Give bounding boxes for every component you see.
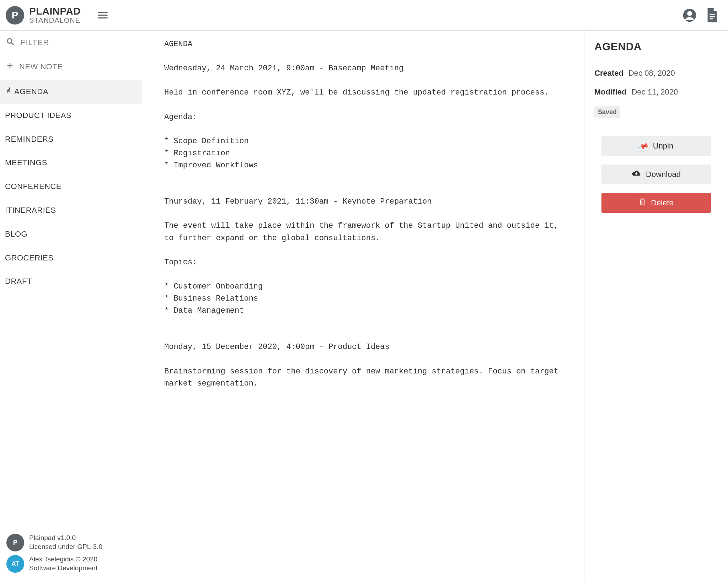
sidebar-footer: P Plainpad v1.0.0 Licensed under GPL-3.0…	[0, 528, 142, 582]
note-editor[interactable]: AGENDA Wednesday, 24 March 2021, 9:00am …	[142, 31, 584, 404]
note-item[interactable]: AGENDA	[0, 80, 142, 104]
unpin-button[interactable]: 📌 Unpin	[601, 136, 711, 156]
app-subtitle: STANDALONE	[29, 17, 81, 24]
document-icon[interactable]	[705, 8, 718, 22]
footer-app-name: Plainpad	[29, 534, 57, 541]
plus-icon	[6, 61, 14, 72]
logo-icon: P	[6, 6, 24, 25]
app-header: P PLAINPAD STANDALONE	[0, 0, 728, 31]
created-label: Created	[594, 68, 623, 79]
note-item[interactable]: BLOG	[0, 222, 142, 246]
note-item[interactable]: GROCERIES	[0, 246, 142, 270]
footer-author-link[interactable]: Alex Tselegidis	[29, 555, 76, 563]
note-item-label: REMINDERS	[5, 134, 54, 145]
notes-list: AGENDAPRODUCT IDEASREMINDERSMEETINGSCONF…	[0, 79, 142, 528]
search-icon	[6, 37, 14, 48]
footer-copyright: © 2020	[76, 555, 98, 563]
cloud-download-icon	[632, 169, 641, 179]
note-item[interactable]: ITINERARIES	[0, 199, 142, 222]
note-item[interactable]: CONFERENCE	[0, 175, 142, 199]
logo-text: PLAINPAD STANDALONE	[29, 6, 81, 24]
svg-line-7	[11, 43, 14, 45]
sidebar: NEW NOTE AGENDAPRODUCT IDEASREMINDERSMEE…	[0, 31, 142, 582]
pin-icon: 📌	[637, 140, 649, 152]
unpin-label: Unpin	[653, 141, 673, 151]
note-item[interactable]: MEETINGS	[0, 151, 142, 175]
properties-panel: AGENDA Created Dec 08, 2020 Modified Dec…	[584, 31, 728, 582]
svg-rect-4	[710, 16, 714, 17]
note-item-label: MEETINGS	[5, 157, 47, 168]
app-title: PLAINPAD	[29, 6, 81, 16]
modified-value: Dec 11, 2020	[631, 87, 678, 98]
svg-point-1	[687, 11, 692, 16]
note-item-label: ITINERARIES	[5, 205, 56, 216]
note-item-label: BLOG	[5, 229, 27, 240]
logo[interactable]: P PLAINPAD STANDALONE	[6, 6, 81, 25]
svg-marker-2	[714, 8, 717, 11]
delete-button[interactable]: Delete	[601, 193, 711, 213]
footer-license-link[interactable]: GPL-3.0	[77, 543, 102, 550]
new-note-button[interactable]: NEW NOTE	[0, 55, 142, 79]
svg-rect-5	[710, 18, 713, 19]
divider	[594, 126, 718, 126]
user-icon[interactable]	[682, 8, 697, 22]
footer-tagline: Software Development	[29, 564, 97, 572]
svg-point-6	[7, 39, 12, 43]
note-item-label: CONFERENCE	[5, 181, 61, 192]
svg-rect-3	[710, 14, 714, 15]
filter-row	[0, 31, 142, 55]
footer-version: v1.0.0	[57, 534, 76, 541]
trash-icon	[639, 198, 646, 208]
note-item-label: GROCERIES	[5, 253, 54, 264]
menu-toggle-button[interactable]	[98, 12, 108, 18]
properties-title: AGENDA	[594, 39, 718, 54]
download-label: Download	[646, 170, 681, 179]
footer-license-prefix: Licensed under	[29, 543, 77, 550]
main-area: AGENDA Wednesday, 24 March 2021, 9:00am …	[142, 31, 728, 582]
note-item[interactable]: REMINDERS	[0, 128, 142, 151]
saved-badge: Saved	[594, 106, 620, 118]
note-item[interactable]: DRAFT	[0, 270, 142, 293]
editor-scroll[interactable]: AGENDA Wednesday, 24 March 2021, 9:00am …	[142, 31, 584, 582]
footer-author-icon: AT	[6, 555, 24, 573]
footer-logo-icon: P	[6, 534, 24, 551]
delete-label: Delete	[651, 198, 674, 208]
created-value: Dec 08, 2020	[628, 68, 675, 79]
modified-label: Modified	[594, 87, 626, 98]
download-button[interactable]: Download	[601, 165, 711, 184]
pin-icon	[3, 86, 12, 97]
svg-rect-10	[641, 200, 644, 205]
new-note-label: NEW NOTE	[19, 61, 63, 72]
note-item-label: PRODUCT IDEAS	[5, 110, 71, 121]
note-item-label: AGENDA	[14, 86, 48, 97]
note-item[interactable]: PRODUCT IDEAS	[0, 104, 142, 128]
divider	[594, 60, 718, 60]
filter-input[interactable]	[20, 38, 135, 48]
note-item-label: DRAFT	[5, 276, 32, 287]
